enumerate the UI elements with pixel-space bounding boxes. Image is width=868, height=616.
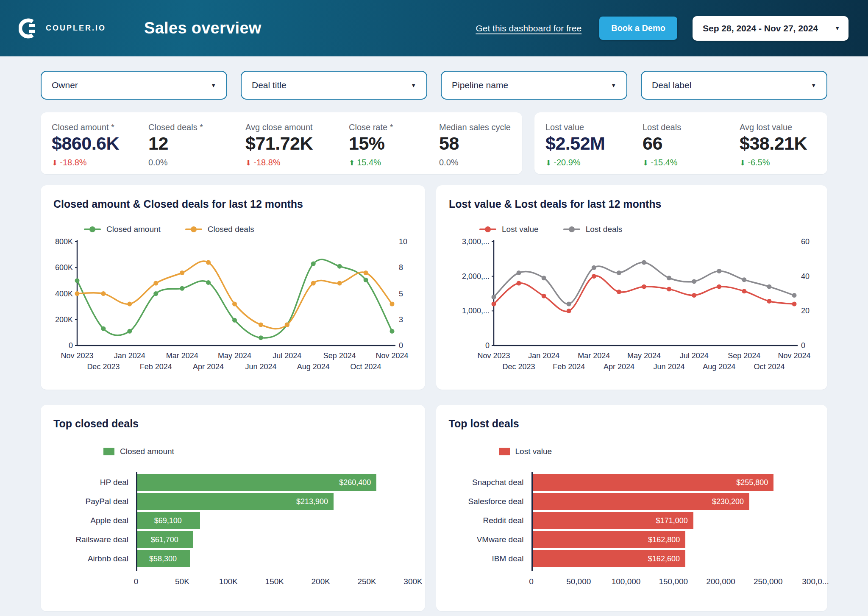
data-point[interactable] bbox=[259, 323, 263, 327]
data-point[interactable] bbox=[337, 264, 342, 269]
data-point[interactable] bbox=[153, 291, 158, 296]
data-point[interactable] bbox=[180, 286, 184, 291]
data-point[interactable] bbox=[101, 291, 106, 296]
bar[interactable]: $69,100 bbox=[136, 512, 200, 529]
data-point[interactable] bbox=[592, 265, 596, 270]
data-point[interactable] bbox=[517, 270, 521, 275]
bar[interactable]: $255,800 bbox=[531, 474, 774, 491]
data-point[interactable] bbox=[717, 284, 721, 289]
bar-track: $58,300 bbox=[136, 550, 413, 567]
data-point[interactable] bbox=[692, 279, 696, 284]
kpi-value: 12 bbox=[148, 133, 245, 155]
data-point[interactable] bbox=[390, 302, 395, 307]
data-point[interactable] bbox=[232, 318, 237, 323]
kpi-label: Closed deals * bbox=[148, 123, 245, 132]
bar-category-label: Snapchat deal bbox=[449, 478, 531, 487]
data-point[interactable] bbox=[127, 302, 132, 307]
data-point[interactable] bbox=[206, 260, 211, 265]
kpi-label: Avg close amount bbox=[245, 123, 349, 132]
get-dashboard-link[interactable]: Get this dashboard for free bbox=[476, 23, 581, 33]
data-point[interactable] bbox=[767, 299, 771, 304]
data-point[interactable] bbox=[364, 278, 368, 282]
top-closed-deals-bar-chart: HP deal$260,400PayPal deal$213,900Apple … bbox=[53, 472, 413, 590]
data-point[interactable] bbox=[642, 260, 646, 265]
filter-label: Owner bbox=[52, 80, 78, 90]
data-point[interactable] bbox=[127, 329, 132, 334]
bar-track: $162,800 bbox=[531, 531, 815, 548]
data-point[interactable] bbox=[180, 270, 184, 275]
data-point[interactable] bbox=[792, 293, 797, 298]
legend-item-lost-value: Lost value bbox=[479, 225, 539, 234]
filter-deal-title[interactable]: Deal title ▼ bbox=[241, 71, 427, 100]
data-point[interactable] bbox=[337, 281, 342, 286]
data-point[interactable] bbox=[717, 269, 721, 273]
kpi-lost-value: Lost value $2.52M ⬇-20.9% bbox=[545, 123, 643, 174]
data-point[interactable] bbox=[742, 277, 746, 282]
data-point[interactable] bbox=[311, 281, 316, 286]
kpi-value: $860.6K bbox=[52, 133, 148, 155]
data-point[interactable] bbox=[259, 335, 263, 340]
x-axis-tick: 250,000 bbox=[754, 577, 783, 586]
y-axis-tick-right: 60 bbox=[801, 237, 810, 246]
data-point[interactable] bbox=[285, 323, 289, 327]
bar[interactable]: $58,300 bbox=[136, 550, 190, 567]
data-point[interactable] bbox=[567, 302, 571, 307]
data-point[interactable] bbox=[792, 302, 797, 307]
date-range-picker[interactable]: Sep 28, 2024 - Nov 27, 2024 ▼ bbox=[693, 16, 849, 41]
bar-track: $162,600 bbox=[531, 550, 815, 567]
data-point[interactable] bbox=[592, 274, 596, 279]
bar[interactable]: $61,700 bbox=[136, 531, 193, 548]
data-point[interactable] bbox=[492, 302, 496, 307]
data-point[interactable] bbox=[75, 291, 80, 296]
bar-rows: HP deal$260,400PayPal deal$213,900Apple … bbox=[53, 472, 413, 571]
kpi-delta: ⬆15.4% bbox=[349, 158, 439, 167]
x-axis-tick: Nov 2023 bbox=[61, 351, 93, 360]
data-point[interactable] bbox=[742, 289, 746, 293]
bar-charts-row: Top closed deals Closed amount HP deal$2… bbox=[41, 405, 827, 611]
data-point[interactable] bbox=[364, 270, 368, 275]
coupler-logo[interactable]: COUPLER.IO bbox=[19, 18, 106, 39]
data-point[interactable] bbox=[517, 281, 521, 286]
book-demo-button[interactable]: Book a Demo bbox=[599, 17, 677, 40]
data-point[interactable] bbox=[492, 295, 496, 299]
closed-amount-line-chart[interactable]: 800K600K400K200K0108530Nov 2023Dec 2023J… bbox=[53, 237, 413, 372]
bar[interactable]: $230,200 bbox=[531, 493, 749, 510]
data-point[interactable] bbox=[390, 329, 395, 334]
bar-value-label: $230,200 bbox=[712, 497, 744, 506]
data-point[interactable] bbox=[101, 326, 106, 331]
data-point[interactable] bbox=[617, 270, 621, 275]
data-point[interactable] bbox=[311, 262, 316, 266]
data-point[interactable] bbox=[542, 276, 546, 280]
data-point[interactable] bbox=[567, 309, 571, 313]
data-point[interactable] bbox=[667, 276, 671, 280]
filter-owner[interactable]: Owner ▼ bbox=[41, 71, 227, 100]
lost-value-line-chart[interactable]: 3,000,...2,000,...1,000,...06040200Nov 2… bbox=[449, 237, 815, 372]
x-axis-tick: 300,0... bbox=[802, 577, 829, 586]
data-point[interactable] bbox=[617, 290, 621, 294]
chart-title: Top closed deals bbox=[53, 418, 413, 430]
bar-category-label: Railsware deal bbox=[53, 535, 136, 544]
chevron-down-icon: ▼ bbox=[835, 25, 840, 31]
data-point[interactable] bbox=[75, 278, 80, 283]
kpi-label: Lost value bbox=[545, 123, 643, 132]
bar[interactable]: $260,400 bbox=[136, 474, 376, 491]
filter-deal-label[interactable]: Deal label ▼ bbox=[641, 71, 827, 100]
data-point[interactable] bbox=[232, 302, 237, 307]
data-point[interactable] bbox=[153, 281, 158, 286]
bar[interactable]: $171,000 bbox=[531, 512, 693, 529]
data-point[interactable] bbox=[542, 294, 546, 298]
data-point[interactable] bbox=[667, 287, 671, 291]
bar-track: $69,100 bbox=[136, 512, 413, 529]
filter-pipeline-name[interactable]: Pipeline name ▼ bbox=[441, 71, 627, 100]
data-point[interactable] bbox=[642, 284, 646, 289]
legend-item-lost-value: Lost value bbox=[499, 447, 552, 456]
bar-row: Railsware deal$61,700 bbox=[53, 531, 413, 548]
data-point[interactable] bbox=[206, 280, 211, 285]
bar[interactable]: $213,900 bbox=[136, 493, 334, 510]
kpi-delta: 0.0% bbox=[439, 158, 511, 167]
bar[interactable]: $162,800 bbox=[531, 531, 686, 548]
data-point[interactable] bbox=[692, 293, 696, 298]
bar[interactable]: $162,600 bbox=[531, 550, 685, 567]
data-point[interactable] bbox=[767, 284, 771, 289]
x-axis-tick: 50K bbox=[175, 577, 189, 586]
